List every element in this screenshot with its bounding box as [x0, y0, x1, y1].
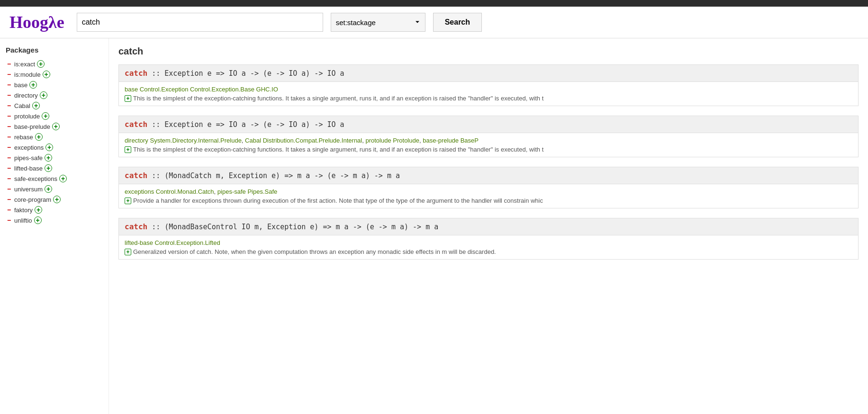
module-link[interactable]: Cabal: [245, 137, 261, 144]
sidebar-item: −rebase+: [6, 132, 103, 142]
sidebar-item-label: is:module: [14, 71, 41, 78]
remove-package-button[interactable]: −: [6, 60, 12, 68]
add-package-button[interactable]: +: [52, 123, 60, 130]
add-package-button[interactable]: +: [37, 60, 45, 68]
result-links: base Control.Exception Control.Exception…: [125, 86, 852, 93]
add-package-button[interactable]: +: [45, 164, 52, 172]
description-text: This is the simplest of the exception-ca…: [133, 95, 543, 102]
add-package-button[interactable]: +: [45, 154, 52, 162]
module-link[interactable]: protolude: [365, 137, 391, 144]
sidebar-item-label: core-program: [14, 196, 51, 203]
remove-package-button[interactable]: −: [6, 164, 12, 172]
result-description: +Provide a handler for exceptions thrown…: [125, 197, 852, 204]
remove-package-button[interactable]: −: [6, 185, 12, 193]
module-link[interactable]: BaseP: [459, 137, 479, 144]
remove-package-button[interactable]: −: [6, 123, 12, 130]
add-package-button[interactable]: +: [40, 91, 47, 99]
remove-package-button[interactable]: −: [6, 133, 12, 141]
search-input[interactable]: [77, 13, 323, 32]
remove-package-button[interactable]: −: [6, 81, 12, 89]
sidebar-item-label: rebase: [14, 134, 33, 141]
sidebar-item: −base-prelude+: [6, 121, 103, 132]
module-link[interactable]: Control.Exception: [140, 86, 189, 93]
module-link[interactable]: Distribution.Compat.Prelude.Internal: [261, 137, 362, 144]
sidebar-item-label: is:exact: [14, 61, 35, 68]
top-bar: [0, 0, 868, 7]
type-signature: :: (MonadCatch m, Exception e) => m a ->…: [147, 171, 400, 180]
sidebar-item: −Cabal+: [6, 100, 103, 111]
search-button[interactable]: Search: [433, 13, 482, 32]
module-link[interactable]: base: [125, 86, 138, 93]
sidebar-items: −is:exact+−is:module+−base+−directory+−C…: [6, 59, 103, 225]
module-link[interactable]: exceptions Control.Monad.Catch: [125, 188, 214, 195]
type-signature: :: (MonadBaseControl IO m, Exception e) …: [147, 223, 438, 231]
module-link[interactable]: pipes-safe Pipes.Safe: [217, 188, 277, 195]
module-link[interactable]: Control.Exception.Base: [190, 86, 254, 93]
sidebar-item-label: protolude: [14, 113, 40, 120]
add-package-button[interactable]: +: [43, 71, 50, 78]
add-package-button[interactable]: +: [35, 206, 42, 214]
sidebar-item-label: directory: [14, 92, 38, 99]
module-link[interactable]: base-prelude: [423, 137, 459, 144]
remove-package-button[interactable]: −: [6, 216, 12, 224]
result-body: directory System.Directory.Internal.Prel…: [119, 133, 858, 157]
function-keyword[interactable]: catch: [125, 222, 147, 231]
remove-package-button[interactable]: −: [6, 102, 12, 109]
remove-package-button[interactable]: −: [6, 154, 12, 162]
content-area: catch catch :: Exception e => IO a -> (e…: [109, 38, 868, 414]
sidebar-item: −base+: [6, 80, 103, 90]
function-keyword[interactable]: catch: [125, 120, 147, 129]
remove-package-button[interactable]: −: [6, 144, 12, 151]
result-header: catch :: Exception e => IO a -> (e -> IO…: [119, 65, 858, 82]
result-body: exceptions Control.Monad.Catch, pipes-sa…: [119, 184, 858, 208]
result-description: +This is the simplest of the exception-c…: [125, 95, 852, 102]
sidebar-item: −exceptions+: [6, 142, 103, 153]
add-package-button[interactable]: +: [42, 112, 49, 120]
sidebar-item: −universum+: [6, 184, 103, 194]
remove-package-button[interactable]: −: [6, 175, 12, 182]
module-link[interactable]: GHC.IO: [256, 86, 278, 93]
result-card: catch :: Exception e => IO a -> (e -> IO…: [118, 64, 859, 106]
sidebar-item: −pipes-safe+: [6, 153, 103, 163]
add-package-button[interactable]: +: [34, 216, 42, 224]
sidebar-title: Packages: [6, 46, 103, 54]
sidebar-item: −lifted-base+: [6, 163, 103, 173]
result-description: +This is the simplest of the exception-c…: [125, 146, 852, 153]
remove-package-button[interactable]: −: [6, 196, 12, 203]
expand-icon[interactable]: +: [125, 95, 131, 102]
add-package-button[interactable]: +: [32, 102, 40, 109]
sidebar-item: −faktory+: [6, 205, 103, 215]
sidebar-item: −is:module+: [6, 69, 103, 80]
remove-package-button[interactable]: −: [6, 206, 12, 214]
module-link[interactable]: lifted-base Control.Exception.Lifted: [125, 239, 220, 246]
search-select[interactable]: set:stackageset:includedset:haskell-plat…: [331, 13, 425, 32]
expand-icon[interactable]: +: [125, 249, 131, 255]
add-package-button[interactable]: +: [45, 185, 52, 193]
function-keyword[interactable]: catch: [125, 171, 147, 180]
sidebar-item-label: faktory: [14, 207, 33, 214]
add-package-button[interactable]: +: [29, 81, 37, 89]
sidebar-item: −unliftio+: [6, 215, 103, 225]
module-link[interactable]: directory: [125, 137, 148, 144]
remove-package-button[interactable]: −: [6, 91, 12, 99]
expand-icon[interactable]: +: [125, 146, 131, 153]
add-package-button[interactable]: +: [59, 175, 67, 182]
remove-package-button[interactable]: −: [6, 71, 12, 78]
logo[interactable]: Hoogλe: [9, 12, 64, 32]
module-link[interactable]: System.Directory.Internal.Prelude: [148, 137, 242, 144]
expand-icon[interactable]: +: [125, 198, 131, 204]
add-package-button[interactable]: +: [35, 133, 43, 141]
sidebar-item-label: unliftio: [14, 217, 32, 224]
remove-package-button[interactable]: −: [6, 112, 12, 120]
function-keyword[interactable]: catch: [125, 69, 147, 78]
result-body: base Control.Exception Control.Exception…: [119, 82, 858, 106]
sidebar-item: −protolude+: [6, 111, 103, 121]
add-package-button[interactable]: +: [53, 196, 61, 203]
description-text: Provide a handler for exceptions thrown …: [133, 197, 543, 204]
results-container: catch :: Exception e => IO a -> (e -> IO…: [118, 64, 859, 260]
add-package-button[interactable]: +: [45, 144, 53, 151]
sidebar-item-label: base-prelude: [14, 123, 50, 130]
sidebar-item-label: exceptions: [14, 144, 44, 151]
module-link[interactable]: Protolude: [391, 137, 419, 144]
result-body: lifted-base Control.Exception.Lifted+Gen…: [119, 235, 858, 259]
